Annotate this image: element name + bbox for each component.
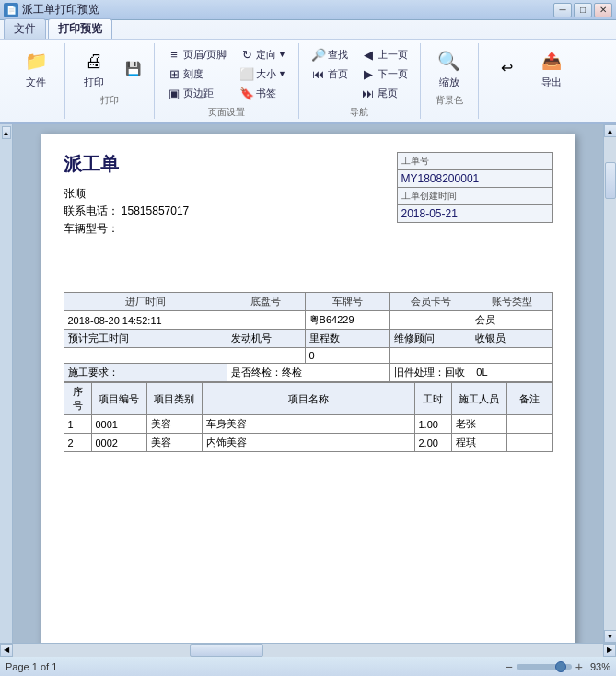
main-table-header-row: 进厂时间 底盘号 车牌号 会员卡号 账号类型 xyxy=(64,293,552,311)
zoom-minus-btn[interactable]: − xyxy=(506,659,513,674)
header-footer-button[interactable]: ≡ 页眉/页脚 xyxy=(162,45,231,64)
back-icon: ↩ xyxy=(493,53,522,83)
print-label: 打印 xyxy=(84,76,104,89)
ribbon-tabs: 文件 打印预览 xyxy=(0,20,616,39)
cashier-value xyxy=(471,348,552,364)
sub-th-category: 项目类别 xyxy=(146,383,202,415)
zoom-slider[interactable] xyxy=(517,664,572,670)
bookmark-icon: 🔖 xyxy=(239,86,254,100)
row1-note xyxy=(506,415,552,434)
tab-file[interactable]: 文件 xyxy=(4,18,46,39)
hscroll-right-btn[interactable]: ▶ xyxy=(603,644,616,657)
first-page-button[interactable]: ⏮ 首页 xyxy=(307,64,353,83)
td-construction-req: 施工要求： xyxy=(64,364,227,382)
hscroll-bar: ◀ ▶ xyxy=(0,643,616,656)
bookmark-label: 书签 xyxy=(256,87,276,100)
scale-icon: ⊞ xyxy=(167,66,181,81)
zoom-button[interactable]: 🔍 缩放 xyxy=(428,43,471,92)
margins-icon: ▣ xyxy=(167,86,181,100)
pagesetup-inner: ≡ 页眉/页脚 ⊞ 刻度 ▣ 页边距 ↻ 定向 xyxy=(162,43,291,104)
save-button[interactable]: 💾 xyxy=(119,55,146,81)
scroll-up-btn[interactable]: ▲ xyxy=(2,126,11,139)
last-page-button[interactable]: ⏭ 尾页 xyxy=(356,84,402,102)
header-footer-label: 页眉/页脚 xyxy=(183,48,227,62)
orientation-button[interactable]: ↻ 定向 ▼ xyxy=(235,45,291,64)
app-icon: 📄 xyxy=(4,3,18,17)
export-icon: 📤 xyxy=(537,46,566,76)
row2-category: 美容 xyxy=(146,434,202,452)
main-table: 进厂时间 底盘号 车牌号 会员卡号 账号类型 2018-08-20 14:52:… xyxy=(64,292,553,382)
tab-print-preview[interactable]: 打印预览 xyxy=(48,18,112,39)
prev-page-button[interactable]: ◀ 上一页 xyxy=(356,45,413,64)
title-bar-text: 派工单打印预览 xyxy=(22,2,99,17)
sub-th-num: 序号 xyxy=(64,383,91,415)
row2-note xyxy=(506,434,552,452)
ribbon-group-zoom: 🔍 缩放 背景色 xyxy=(421,43,479,119)
work-order-label: 工单号 xyxy=(401,155,549,168)
vscroll-down-btn[interactable]: ▼ xyxy=(604,630,617,643)
margins-button[interactable]: ▣ 页边距 xyxy=(162,84,218,102)
row2-code: 0002 xyxy=(91,434,146,452)
vscroll-track[interactable] xyxy=(604,137,617,630)
row2-name: 内饰美容 xyxy=(202,434,414,452)
orientation-arrow: ▼ xyxy=(278,50,286,59)
title-bar-controls: ─ □ ✕ xyxy=(553,3,612,17)
hscroll-left-btn[interactable]: ◀ xyxy=(0,644,13,657)
create-time-label-row: 工单创建时间 xyxy=(398,188,552,205)
create-time-value-row: 2018-05-21 xyxy=(398,205,552,222)
ribbon: 文件 打印预览 📁 文件 🖨 打印 💾 xyxy=(0,20,616,124)
export-buttons: ↩ 📤 导出 xyxy=(486,43,573,92)
file-button[interactable]: 📁 文件 xyxy=(15,43,57,92)
zoom-plus-btn[interactable]: + xyxy=(575,659,583,674)
maximize-button[interactable]: □ xyxy=(574,3,592,17)
size-button[interactable]: ⬜ 大小 ▼ xyxy=(235,64,291,83)
save-icon: 💾 xyxy=(122,58,143,78)
file-icon: 📁 xyxy=(21,46,51,76)
row2-hours: 2.00 xyxy=(414,434,451,452)
scale-button[interactable]: ⊞ 刻度 xyxy=(162,64,208,83)
pagesetup-group-label: 页面设置 xyxy=(208,106,245,119)
next-icon: ▶ xyxy=(361,66,376,81)
ribbon-group-file: 📁 文件 xyxy=(7,43,65,119)
close-button[interactable]: ✕ xyxy=(594,3,612,17)
zoom-icon: 🔍 xyxy=(435,46,464,76)
next-page-button[interactable]: ▶ 下一页 xyxy=(356,64,413,83)
th-entry-time: 进厂时间 xyxy=(64,293,227,311)
main-table-row2-values: 0 xyxy=(64,348,552,364)
nav-inner: 🔎 查找 ⏮ 首页 ◀ 上一页 ▶ 下一页 xyxy=(307,43,413,104)
car-label: 车辆型号： xyxy=(64,222,119,235)
export-label: 导出 xyxy=(541,76,562,89)
td-old-parts: 旧件处理：回收 0L xyxy=(390,364,552,382)
ribbon-content: 📁 文件 🖨 打印 💾 打印 xyxy=(0,39,616,122)
th-account-type: 账号类型 xyxy=(471,293,552,311)
td-advisor: 维修顾问 xyxy=(390,330,471,348)
main-table-row2-header: 预计完工时间 发动机号 里程数 维修顾问 收银员 xyxy=(64,330,552,348)
vscroll-up-btn[interactable]: ▲ xyxy=(604,124,617,137)
th-chassis: 底盘号 xyxy=(227,293,305,311)
back-button[interactable]: ↩ xyxy=(486,51,529,86)
bookmark-button[interactable]: 🔖 书签 xyxy=(235,84,281,102)
create-time-label: 工单创建时间 xyxy=(401,190,549,203)
export-button[interactable]: 📤 导出 xyxy=(530,43,573,92)
prev-icon: ◀ xyxy=(361,47,376,62)
hscroll-track[interactable] xyxy=(13,644,603,657)
status-right: − + 93% xyxy=(506,659,610,674)
print-button[interactable]: 🖨 打印 xyxy=(73,43,115,92)
document-page: 派工单 张顺 联系电话： 15815857017 车辆型号： 工单号 MY180… xyxy=(41,134,575,643)
phone-value: 15815857017 xyxy=(122,204,189,217)
minimize-button[interactable]: ─ xyxy=(553,3,572,17)
last-label: 尾页 xyxy=(378,87,398,100)
print-buttons: 🖨 打印 💾 xyxy=(73,43,146,92)
info-box: 工单号 MY1808200001 工单创建时间 2018-05-21 xyxy=(397,152,553,223)
find-button[interactable]: 🔎 查找 xyxy=(307,45,353,64)
advisor-value xyxy=(390,348,471,364)
td-final-check: 是否终检：终检 xyxy=(227,364,389,382)
size-arrow: ▼ xyxy=(278,69,286,78)
sub-th-worker: 施工人员 xyxy=(451,383,506,415)
phone-label: 联系电话： xyxy=(64,204,119,217)
margins-label: 页边距 xyxy=(183,87,214,100)
file-buttons: 📁 文件 xyxy=(15,43,57,92)
row1-num: 1 xyxy=(64,415,91,434)
expected-finish-value xyxy=(64,348,227,364)
sub-table-header: 序号 项目编号 项目类别 项目名称 工时 施工人员 备注 xyxy=(64,383,552,415)
